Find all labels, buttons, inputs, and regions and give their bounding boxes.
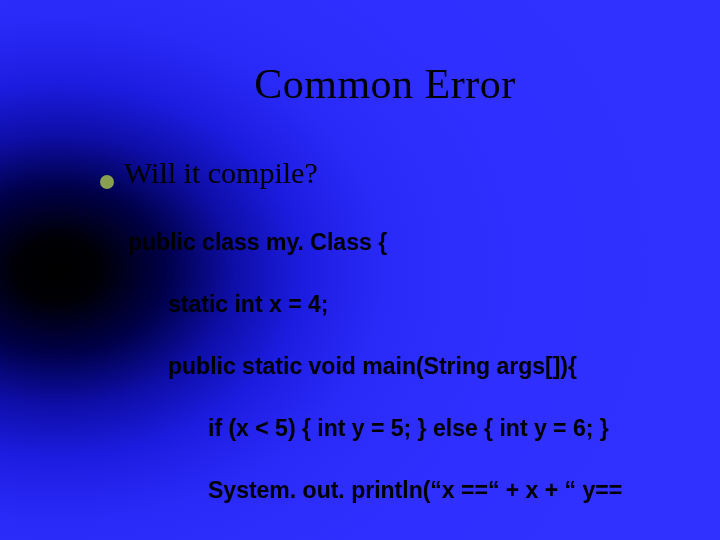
code-block: public class my. Class { static int x = … xyxy=(128,196,670,540)
slide: Common Error Will it compile? public cla… xyxy=(0,0,720,540)
code-line: System. out. println(“x ==“ + x + “ y== xyxy=(128,475,670,506)
code-line: public class my. Class { xyxy=(128,227,670,258)
slide-title: Common Error xyxy=(100,60,670,108)
code-line: static int x = 4; xyxy=(128,289,670,320)
bullet-item: Will it compile? xyxy=(100,156,670,190)
code-line: public static void main(String args[]){ xyxy=(128,351,670,382)
bullet-text: Will it compile? xyxy=(124,156,318,190)
bullet-icon xyxy=(100,175,114,189)
code-line: if (x < 5) { int y = 5; } else { int y =… xyxy=(128,413,670,444)
